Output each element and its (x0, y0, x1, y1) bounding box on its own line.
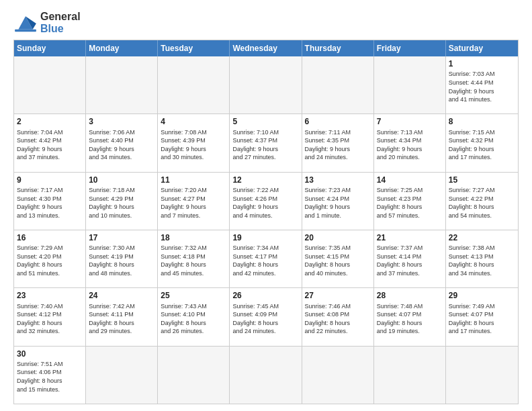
header: General Blue (13, 11, 519, 34)
calendar-header-row: SundayMondayTuesdayWednesdayThursdayFrid… (14, 40, 518, 56)
calendar-header-cell: Monday (86, 40, 158, 56)
cell-info: Sunrise: 7:04 AM Sunset: 4:42 PM Dayligh… (17, 128, 83, 162)
calendar-cell: 19Sunrise: 7:34 AM Sunset: 4:17 PM Dayli… (230, 230, 302, 287)
calendar-cell: 21Sunrise: 7:37 AM Sunset: 4:14 PM Dayli… (374, 230, 446, 287)
calendar-row: 23Sunrise: 7:40 AM Sunset: 4:12 PM Dayli… (14, 288, 518, 346)
day-number: 15 (449, 175, 515, 185)
calendar-cell (230, 347, 302, 404)
day-number: 8 (449, 116, 515, 127)
cell-info: Sunrise: 7:22 AM Sunset: 4:26 PM Dayligh… (232, 186, 298, 220)
logo-text: General Blue (40, 11, 81, 34)
calendar-cell: 24Sunrise: 7:42 AM Sunset: 4:11 PM Dayli… (86, 288, 158, 345)
day-number: 18 (161, 232, 226, 243)
cell-info: Sunrise: 7:20 AM Sunset: 4:27 PM Dayligh… (161, 186, 226, 220)
calendar-cell: 18Sunrise: 7:32 AM Sunset: 4:18 PM Dayli… (158, 230, 230, 287)
cell-info: Sunrise: 7:25 AM Sunset: 4:23 PM Dayligh… (377, 186, 443, 220)
day-number: 25 (161, 290, 226, 301)
cell-info: Sunrise: 7:51 AM Sunset: 4:06 PM Dayligh… (17, 360, 83, 394)
cell-info: Sunrise: 7:18 AM Sunset: 4:29 PM Dayligh… (89, 186, 154, 220)
calendar-header-cell: Wednesday (230, 40, 302, 56)
calendar-cell: 16Sunrise: 7:29 AM Sunset: 4:20 PM Dayli… (14, 230, 86, 287)
calendar-cell: 15Sunrise: 7:27 AM Sunset: 4:22 PM Dayli… (446, 173, 518, 230)
calendar-header-cell: Tuesday (158, 40, 230, 56)
day-number: 11 (161, 175, 226, 185)
logo-icon (13, 13, 38, 33)
cell-info: Sunrise: 7:11 AM Sunset: 4:35 PM Dayligh… (305, 128, 371, 162)
cell-info: Sunrise: 7:37 AM Sunset: 4:14 PM Dayligh… (377, 244, 443, 277)
day-number: 20 (305, 232, 371, 243)
cell-info: Sunrise: 7:23 AM Sunset: 4:24 PM Dayligh… (305, 186, 371, 220)
cell-info: Sunrise: 7:06 AM Sunset: 4:40 PM Dayligh… (89, 128, 154, 162)
calendar-cell: 25Sunrise: 7:43 AM Sunset: 4:10 PM Dayli… (158, 288, 230, 345)
calendar-cell: 7Sunrise: 7:13 AM Sunset: 4:34 PM Daylig… (374, 114, 446, 171)
calendar-cell (158, 56, 230, 113)
day-number: 3 (89, 116, 154, 127)
cell-info: Sunrise: 7:17 AM Sunset: 4:30 PM Dayligh… (17, 186, 83, 220)
day-number: 10 (89, 175, 154, 185)
calendar-cell (86, 347, 158, 404)
calendar-cell: 29Sunrise: 7:49 AM Sunset: 4:07 PM Dayli… (446, 288, 518, 345)
cell-info: Sunrise: 7:15 AM Sunset: 4:32 PM Dayligh… (449, 128, 515, 162)
cell-info: Sunrise: 7:35 AM Sunset: 4:15 PM Dayligh… (305, 244, 371, 277)
cell-info: Sunrise: 7:48 AM Sunset: 4:07 PM Dayligh… (377, 302, 443, 336)
day-number: 17 (89, 232, 154, 243)
cell-info: Sunrise: 7:42 AM Sunset: 4:11 PM Dayligh… (89, 302, 154, 336)
calendar-cell (374, 56, 446, 113)
day-number: 7 (377, 116, 443, 127)
cell-info: Sunrise: 7:40 AM Sunset: 4:12 PM Dayligh… (17, 302, 83, 336)
day-number: 14 (377, 175, 443, 185)
calendar-cell: 20Sunrise: 7:35 AM Sunset: 4:15 PM Dayli… (302, 230, 374, 287)
calendar-cell (302, 347, 374, 404)
calendar-cell: 10Sunrise: 7:18 AM Sunset: 4:29 PM Dayli… (86, 173, 158, 230)
calendar-cell: 2Sunrise: 7:04 AM Sunset: 4:42 PM Daylig… (14, 114, 86, 171)
cell-info: Sunrise: 7:29 AM Sunset: 4:20 PM Dayligh… (17, 244, 83, 277)
day-number: 5 (232, 116, 298, 127)
cell-info: Sunrise: 7:45 AM Sunset: 4:09 PM Dayligh… (232, 302, 298, 336)
calendar-cell: 8Sunrise: 7:15 AM Sunset: 4:32 PM Daylig… (446, 114, 518, 171)
cell-info: Sunrise: 7:13 AM Sunset: 4:34 PM Dayligh… (377, 128, 443, 162)
day-number: 26 (232, 290, 298, 301)
cell-info: Sunrise: 7:38 AM Sunset: 4:13 PM Dayligh… (449, 244, 515, 277)
calendar-cell: 23Sunrise: 7:40 AM Sunset: 4:12 PM Dayli… (14, 288, 86, 345)
calendar: SundayMondayTuesdayWednesdayThursdayFrid… (13, 40, 519, 404)
calendar-cell: 11Sunrise: 7:20 AM Sunset: 4:27 PM Dayli… (158, 173, 230, 230)
day-number: 6 (305, 116, 371, 127)
day-number: 28 (377, 290, 443, 301)
calendar-row: 30Sunrise: 7:51 AM Sunset: 4:06 PM Dayli… (14, 347, 518, 404)
svg-rect-2 (15, 29, 36, 32)
page: General Blue SundayMondayTuesdayWednesda… (0, 0, 532, 411)
calendar-row: 1Sunrise: 7:03 AM Sunset: 4:44 PM Daylig… (14, 56, 518, 114)
calendar-cell (374, 347, 446, 404)
calendar-header-cell: Saturday (446, 40, 518, 56)
day-number: 4 (161, 116, 226, 127)
calendar-cell: 12Sunrise: 7:22 AM Sunset: 4:26 PM Dayli… (230, 173, 302, 230)
day-number: 9 (17, 175, 83, 185)
day-number: 22 (449, 232, 515, 243)
calendar-cell: 26Sunrise: 7:45 AM Sunset: 4:09 PM Dayli… (230, 288, 302, 345)
day-number: 21 (377, 232, 443, 243)
day-number: 19 (232, 232, 298, 243)
day-number: 1 (449, 58, 515, 69)
day-number: 2 (17, 116, 83, 127)
calendar-cell: 4Sunrise: 7:08 AM Sunset: 4:39 PM Daylig… (158, 114, 230, 171)
cell-info: Sunrise: 7:08 AM Sunset: 4:39 PM Dayligh… (161, 128, 226, 162)
calendar-cell: 17Sunrise: 7:30 AM Sunset: 4:19 PM Dayli… (86, 230, 158, 287)
calendar-cell: 14Sunrise: 7:25 AM Sunset: 4:23 PM Dayli… (374, 173, 446, 230)
cell-info: Sunrise: 7:34 AM Sunset: 4:17 PM Dayligh… (232, 244, 298, 277)
calendar-header-cell: Friday (374, 40, 446, 56)
calendar-cell (158, 347, 230, 404)
calendar-cell (86, 56, 158, 113)
calendar-header-cell: Sunday (14, 40, 86, 56)
cell-info: Sunrise: 7:46 AM Sunset: 4:08 PM Dayligh… (305, 302, 371, 336)
calendar-cell: 5Sunrise: 7:10 AM Sunset: 4:37 PM Daylig… (230, 114, 302, 171)
calendar-row: 2Sunrise: 7:04 AM Sunset: 4:42 PM Daylig… (14, 114, 518, 172)
cell-info: Sunrise: 7:49 AM Sunset: 4:07 PM Dayligh… (449, 302, 515, 336)
calendar-row: 9Sunrise: 7:17 AM Sunset: 4:30 PM Daylig… (14, 173, 518, 230)
calendar-cell (446, 347, 518, 404)
day-number: 24 (89, 290, 154, 301)
day-number: 23 (17, 290, 83, 301)
calendar-cell (302, 56, 374, 113)
calendar-cell: 22Sunrise: 7:38 AM Sunset: 4:13 PM Dayli… (446, 230, 518, 287)
day-number: 16 (17, 232, 83, 243)
calendar-cell: 9Sunrise: 7:17 AM Sunset: 4:30 PM Daylig… (14, 173, 86, 230)
